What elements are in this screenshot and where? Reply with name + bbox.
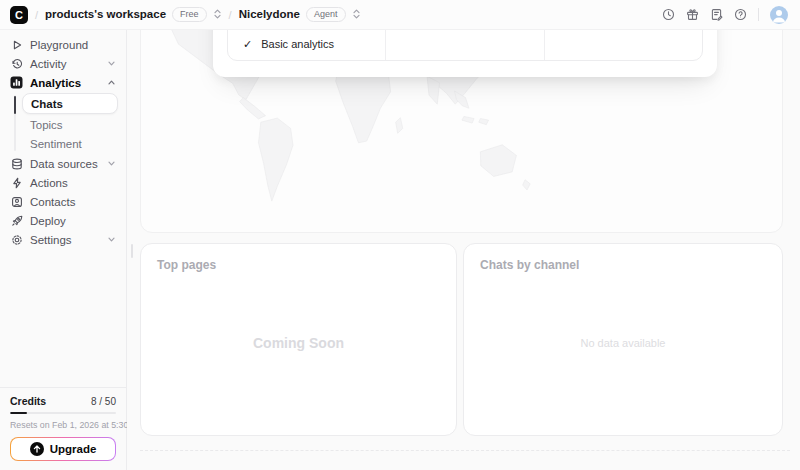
sidebar-item-deploy[interactable]: Deploy bbox=[8, 211, 118, 230]
sidebar-item-label: Deploy bbox=[30, 215, 66, 227]
sidebar-item-chats[interactable]: Chats bbox=[22, 93, 118, 114]
workspace-plan-badge: Free bbox=[172, 7, 207, 23]
sidebar-item-actions[interactable]: Actions bbox=[8, 173, 118, 192]
sidebar-item-settings[interactable]: Settings bbox=[8, 230, 118, 249]
scrollbar-thumb[interactable] bbox=[131, 244, 133, 258]
gear-icon bbox=[10, 234, 23, 246]
sidebar-item-label: Actions bbox=[30, 177, 68, 189]
upgrade-label: Upgrade bbox=[50, 443, 97, 455]
contact-card-icon bbox=[10, 196, 23, 208]
sidebar-item-analytics[interactable]: Analytics bbox=[8, 73, 118, 92]
changelog-icon[interactable] bbox=[710, 8, 723, 21]
chatbase-logo[interactable]: C bbox=[10, 6, 28, 24]
sidebar-item-data-sources[interactable]: Data sources bbox=[8, 154, 118, 173]
chevron-down-icon bbox=[107, 59, 116, 68]
credits-progress-fill bbox=[10, 412, 27, 414]
agent-switcher[interactable]: Nicelydone Agent bbox=[239, 7, 361, 23]
card-title: Top pages bbox=[141, 244, 456, 286]
chevron-up-down-icon bbox=[213, 8, 222, 20]
credits-panel: Credits 8 / 50 Resets on Feb 1, 2026 at … bbox=[0, 387, 126, 470]
tree-line-active bbox=[14, 96, 16, 114]
content-divider bbox=[140, 450, 790, 451]
card-title: Chats by channel bbox=[464, 244, 782, 286]
upgrade-button[interactable]: Upgrade bbox=[10, 437, 116, 461]
credits-reset-info: Resets on Feb 1, 2026 at 5:30 AM bbox=[10, 420, 116, 430]
agent-name: Nicelydone bbox=[239, 8, 300, 20]
agent-type-badge: Agent bbox=[306, 7, 346, 23]
plan-menu: ✓ Basic analytics bbox=[227, 30, 703, 61]
help-icon[interactable] bbox=[734, 8, 747, 21]
history-icon[interactable] bbox=[662, 8, 675, 21]
database-icon bbox=[10, 158, 23, 170]
sidebar-item-contacts[interactable]: Contacts bbox=[8, 192, 118, 211]
sub-item-label: Sentiment bbox=[30, 138, 82, 150]
chevron-down-icon bbox=[107, 235, 116, 244]
sub-item-label: Chats bbox=[31, 98, 63, 110]
workspace-name: products's workspace bbox=[45, 8, 166, 20]
sidebar-item-label: Data sources bbox=[30, 158, 98, 170]
sidebar-item-label: Playground bbox=[30, 39, 88, 51]
sidebar-item-label: Settings bbox=[30, 234, 72, 246]
workspace-switcher[interactable]: products's workspace Free bbox=[45, 7, 222, 23]
sidebar-item-topics[interactable]: Topics bbox=[22, 115, 118, 134]
credits-label: Credits bbox=[10, 395, 46, 407]
plan-menu-column bbox=[385, 30, 543, 60]
gift-icon[interactable] bbox=[686, 8, 699, 21]
no-data-placeholder: No data available bbox=[464, 337, 782, 349]
credits-progress-track bbox=[10, 412, 116, 414]
history-icon bbox=[10, 58, 23, 70]
sidebar-item-sentiment[interactable]: Sentiment bbox=[22, 134, 118, 153]
plan-menu-column bbox=[544, 30, 702, 60]
arrow-up-icon bbox=[30, 442, 44, 456]
menu-item-basic-analytics[interactable]: ✓ Basic analytics bbox=[228, 30, 385, 60]
top-bar: C / products's workspace Free / Nicelydo… bbox=[0, 0, 800, 30]
play-icon bbox=[10, 39, 23, 51]
top-pages-card: Top pages Coming Soon bbox=[140, 243, 457, 436]
zap-icon bbox=[10, 177, 23, 189]
user-avatar[interactable] bbox=[770, 6, 788, 24]
breadcrumb-separator: / bbox=[229, 9, 232, 21]
chevron-up-down-icon bbox=[352, 8, 361, 20]
analytics-icon bbox=[10, 76, 23, 89]
sidebar-item-label: Contacts bbox=[30, 196, 75, 208]
chevron-down-icon bbox=[107, 159, 116, 168]
sidebar-item-playground[interactable]: Playground bbox=[8, 35, 118, 54]
main-content: ✓ Basic analytics Top pages Coming Soon … bbox=[127, 30, 800, 470]
chevron-up-icon bbox=[107, 78, 116, 87]
breadcrumb-separator: / bbox=[35, 9, 38, 21]
sidebar: Playground Activity bbox=[0, 30, 127, 470]
coming-soon-placeholder: Coming Soon bbox=[141, 335, 456, 351]
plan-menu-column: ✓ Basic analytics bbox=[228, 30, 385, 60]
credits-usage: 8 / 50 bbox=[91, 396, 116, 407]
analytics-plan-popover: ✓ Basic analytics bbox=[213, 30, 717, 77]
sidebar-item-label: Analytics bbox=[30, 77, 81, 89]
sidebar-item-label: Activity bbox=[30, 58, 66, 70]
sub-item-label: Topics bbox=[30, 119, 63, 131]
sidebar-item-activity[interactable]: Activity bbox=[8, 54, 118, 73]
check-icon: ✓ bbox=[243, 38, 252, 51]
header-divider bbox=[758, 8, 759, 21]
menu-item-label: Basic analytics bbox=[261, 38, 334, 50]
analytics-subtree: Chats Topics Sentiment bbox=[14, 93, 118, 153]
chats-by-channel-card: Chats by channel No data available bbox=[463, 243, 783, 436]
rocket-icon bbox=[10, 215, 23, 227]
